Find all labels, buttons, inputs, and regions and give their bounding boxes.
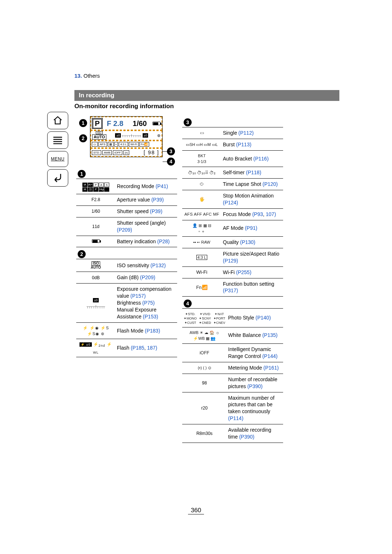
page-link[interactable]: (P153) — [143, 314, 158, 319]
page-link[interactable]: (P112) — [238, 130, 254, 136]
self-timer-icons: ⏱₁₀ ⏱₁₀⠿ ⏱₂ — [188, 170, 216, 175]
page-link[interactable]: (P75) — [142, 300, 155, 306]
page-link[interactable]: (P161) — [264, 365, 279, 371]
table-row: ⏲Time Lapse Shot (P120) — [182, 179, 283, 190]
single-icon: ▭ — [200, 130, 204, 135]
lcd-shutter: 1/60 — [127, 118, 152, 129]
page-link[interactable]: (P120) — [262, 181, 278, 187]
menu-label: MENU — [51, 156, 64, 162]
page-link[interactable]: (P209) — [117, 227, 132, 233]
page-link[interactable]: (P317) — [223, 288, 238, 293]
chapter-number: 13. — [74, 73, 82, 79]
table-row: (•) ( ) ⊙Metering Mode (P161) — [182, 362, 283, 374]
flash-mode-icons: ⚡ ⚡◉ ⚡S ⚡S◉ ⊛ — [83, 325, 109, 336]
table-row: ▪▪ ▪▫ RAWQuality (P130) — [182, 236, 283, 248]
idr-icon: iOFF — [200, 350, 209, 355]
single-icon: ▭ — [92, 142, 98, 147]
page-link[interactable]: (P130) — [240, 239, 255, 245]
table-row: ✦STD.✦VIVD✦NAT✦MONO✦SCNY✦PORT✦CUST✦CNED✦… — [182, 309, 283, 327]
marker-2: 2 — [79, 134, 87, 142]
table-row: BKT3·1/3Auto Bracket (P116) — [182, 150, 283, 167]
lcd-battery — [152, 118, 161, 129]
burst-icons: ▭SH ▭H ▭M ▭L — [186, 142, 218, 147]
page-link[interactable]: (P113) — [236, 142, 252, 147]
page-link[interactable]: (P39) — [150, 208, 162, 214]
toc-icon — [53, 136, 63, 144]
table-row: 0dBGain (dB) (P209) — [76, 272, 177, 284]
metering-icon: (•) — [123, 150, 129, 155]
page-link[interactable]: (P140) — [256, 315, 271, 321]
table-row: ⚡ ⚡◉ ⚡S ⚡S◉ ⊛Flash Mode (P183) — [76, 322, 177, 339]
photo-style-icons: ✦STD.✦VIVD✦NAT✦MONO✦SCNY✦PORT✦CUST✦CNED✦… — [184, 311, 225, 316]
battery-icon — [92, 239, 100, 244]
section-title: In recording — [74, 90, 339, 101]
page-link[interactable]: 107) — [266, 211, 276, 217]
page-link[interactable]: (P390) — [247, 383, 262, 389]
page-link[interactable]: (P28) — [157, 239, 170, 244]
quality-icon: ▪ — [114, 142, 118, 147]
page-link[interactable]: (P255) — [236, 269, 252, 275]
table-row: R8m30sAvailable recording time (P390) — [182, 424, 283, 443]
page-link[interactable]: (P157) — [130, 293, 146, 299]
table-row: 11dShutter speed (angle) (P209) — [76, 217, 177, 236]
table-row: iOFFIntelligent Dynamic Range Control (P… — [182, 344, 283, 362]
section-2-head: 2 — [78, 250, 86, 258]
flash-icon: ⊛ — [157, 133, 160, 138]
page-link[interactable]: (P129) — [223, 258, 238, 264]
page-link[interactable]: (P135) — [262, 332, 278, 338]
page-link[interactable]: (P132) — [151, 262, 166, 268]
table-row: ⚡ ±0 ⚡2nd ⚡ WLFlash (P185, 187) — [76, 339, 177, 357]
table-row: 👤 ⊞ ▦ ⊟▫ ＋AF Mode (P91) — [182, 220, 283, 236]
section-3-head: 3 — [184, 118, 192, 126]
table-row: 🖐Stop Motion Animation (P124) — [182, 190, 283, 208]
page-link[interactable]: (P144) — [262, 353, 278, 359]
marker-3: 3 — [167, 147, 175, 155]
back-button[interactable] — [47, 169, 68, 187]
section-2-table: ISOAUTOISO sensitivity (P132)0dBGain (dB… — [76, 259, 177, 357]
bracket-icon: BKT3·1/3 — [197, 153, 206, 164]
marker-1: 1 — [79, 119, 87, 127]
lcd-panel: P F 2.8 1/60 ISO AUTO ±0 ┬┬┬┬┼┬┬┬┬ ±0 ⊛ … — [90, 116, 163, 157]
picture-size-icon: 4:3 L — [196, 255, 207, 260]
page-link[interactable]: (P124) — [223, 200, 238, 205]
section-3-table: ▭Single (P112)▭SH ▭H ▭M ▭LBurst (P113)BK… — [182, 127, 283, 297]
page-link[interactable]: (P39) — [151, 197, 164, 203]
page-link[interactable]: 187) — [147, 345, 157, 351]
marker-4: 4 — [167, 158, 175, 166]
page-link[interactable]: (P209) — [140, 274, 155, 280]
af-mode-icons: 👤 ⊞ ▦ ⊟▫ ＋ — [192, 223, 211, 234]
toc-button[interactable] — [47, 131, 68, 149]
page-link[interactable]: (P116) — [253, 156, 269, 162]
page-link[interactable]: (P183) — [145, 328, 160, 334]
fn-icon: Fn📶 — [196, 285, 207, 290]
table-row: F2.8Aperture value (P39) — [76, 194, 177, 206]
section-4-head: 4 — [184, 300, 192, 307]
section-1-head: 1 — [78, 170, 86, 178]
table-row: ⏱₁₀ ⏱₁₀⠿ ⏱₂Self-timer (P118) — [182, 167, 283, 179]
lcd-mode-box: P — [92, 118, 103, 129]
page-link[interactable]: (P41) — [156, 183, 168, 189]
stop-motion-icon: 🖐 — [199, 197, 205, 202]
lcd-count: [ 98 ] — [130, 150, 161, 155]
chapter-name: Others — [83, 73, 100, 79]
page-link[interactable]: (P91) — [245, 225, 257, 231]
page-link[interactable]: (P185 — [131, 345, 144, 351]
page-link[interactable]: (P93 — [252, 211, 263, 217]
table-row: ±0┬┬┬┬┼┬┬┬┬Exposure compensation value (… — [76, 284, 177, 322]
menu-button[interactable]: MENU — [47, 151, 68, 167]
size-icon: 4:3 L — [119, 142, 128, 147]
time-lapse-icon: ⏲ — [200, 182, 204, 187]
page-link[interactable]: (P390) — [239, 434, 254, 440]
back-icon — [53, 174, 63, 182]
home-button[interactable] — [47, 112, 68, 129]
table-row: ▭SH ▭H ▭M ▭LBurst (P113) — [182, 139, 283, 150]
page-link[interactable]: (P114) — [228, 415, 244, 421]
flash-setting-icons: ⚡ ±0 ⚡2nd ⚡ WL — [79, 342, 112, 354]
table-row: 4:3 LPicture size/Aspect Ratio (P129) — [182, 248, 283, 266]
section-1-table: iAiA+PASM🎥P24pRecording Mode (P41)F2.8Ap… — [76, 179, 177, 247]
table-row: Wi-FiWi-Fi (P255) — [182, 266, 283, 278]
page-link[interactable]: (P118) — [246, 170, 261, 175]
metering-icons: (•) ( ) ⊙ — [198, 365, 211, 370]
page-number: 360 — [0, 507, 392, 514]
leader-4 — [163, 162, 167, 162]
